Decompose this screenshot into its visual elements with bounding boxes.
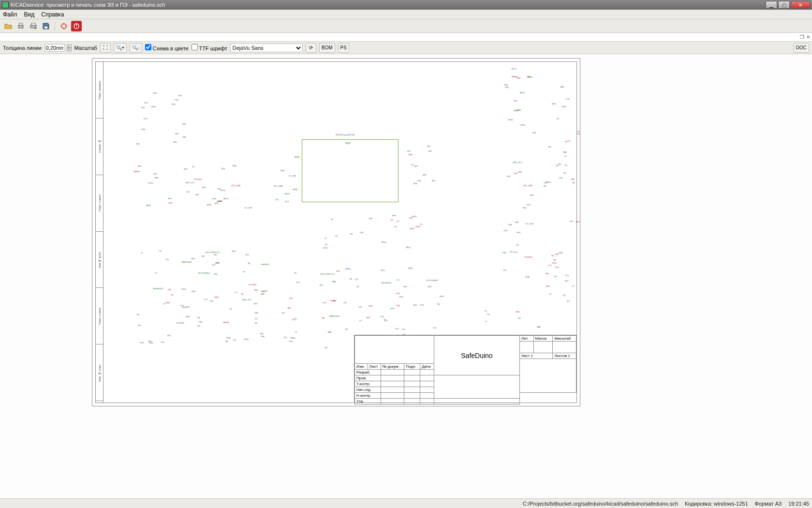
net-label: DA1 (561, 86, 564, 88)
net-label: MOSI (223, 197, 228, 200)
net-label: RXD (330, 299, 334, 302)
net-label: 10k (517, 317, 520, 319)
net-label: C9 (563, 172, 566, 174)
menu-view[interactable]: Вид (24, 11, 35, 18)
net-label: XP14 (561, 105, 566, 108)
net-label: PB5 (502, 252, 506, 254)
net-label: TXD (211, 264, 215, 266)
net-label: PD5 (175, 99, 178, 101)
net-label: R9 (345, 328, 348, 330)
net-label: VD5 (254, 289, 258, 291)
net-label: C4 (159, 250, 162, 252)
print-icon[interactable] (15, 21, 26, 31)
net-label: R8 (548, 146, 551, 148)
net-label: XP5 (427, 145, 431, 148)
status-path: C:/Projects/bitbucket.org/safeduino/kica… (523, 501, 678, 507)
minimize-button[interactable]: ▁ (766, 1, 777, 9)
net-label: XP6 (137, 165, 141, 167)
net-label: C15 (323, 301, 326, 304)
net-label: XP2 (195, 194, 199, 196)
net-label: C9 (255, 317, 257, 320)
net-label: PD7 (161, 341, 165, 344)
net-label: C11 (283, 336, 287, 339)
net-label: VD1 (260, 332, 264, 335)
printer-setup-icon[interactable] (28, 21, 39, 31)
status-bar: C:/Projects/bitbucket.org/safeduino/kica… (0, 498, 812, 508)
ps-button[interactable]: PS (338, 43, 349, 53)
net-label: MMBT3904 (182, 261, 192, 263)
net-label: SS14 (181, 288, 186, 290)
net-label: VD4 (413, 304, 417, 306)
status-time: 19:21:45 (788, 501, 809, 507)
net-label: XP9 (392, 214, 396, 217)
open-icon[interactable] (3, 21, 14, 31)
line-width-spinner[interactable]: ▲▼ (67, 45, 72, 51)
zoom-in-icon[interactable]: 🔍+ (114, 43, 127, 53)
net-label: XP3 (215, 202, 219, 205)
net-label: PD4 (245, 254, 249, 256)
panel-close-icon[interactable]: ✕ (806, 34, 810, 40)
title-block: SafeDuino Лит. Масса Масштаб Лист 1Листо… (354, 335, 576, 403)
title-bar: KiCADservice: просмотр и печать схем ЭЗ … (0, 0, 812, 10)
net-label: 4,7k (396, 279, 400, 281)
zoom-fit-icon[interactable]: ⛶ (100, 43, 111, 53)
close-button[interactable]: ✕ (791, 1, 810, 9)
net-label: 220 (292, 318, 295, 321)
net-label: R5 (248, 262, 251, 265)
net-label: PD5 (320, 284, 324, 286)
color-scheme-checkbox[interactable]: Схема в цвете (145, 44, 189, 51)
net-label: KP-3216MGC (427, 279, 439, 282)
doc-button[interactable]: DOC (794, 43, 809, 53)
mcu-core-label: МПУ (345, 142, 351, 145)
net-label: VCC3V3 (194, 178, 202, 180)
status-encoding: Кодировка: windows-1251 (685, 501, 748, 507)
schematic-canvas[interactable]: Перв. примен. Справ. № Подп. и дата Инв.… (0, 54, 812, 498)
net-label: VD2 (546, 272, 549, 275)
ttf-font-checkbox[interactable]: TTF шрифт (192, 44, 227, 51)
panel-restore-icon[interactable]: ❐ (800, 34, 804, 40)
net-label: C1 (564, 155, 567, 157)
net-label: XP9 (530, 194, 534, 196)
net-label: LED (514, 251, 517, 254)
power-icon[interactable] (71, 21, 82, 31)
net-label: 0,1 (359, 319, 362, 322)
menu-file[interactable]: Файл (3, 11, 17, 18)
net-label: PB1 (136, 143, 140, 145)
net-label: PB2 (175, 133, 179, 135)
net-label: PB0 (142, 128, 146, 131)
net-label: R7 (557, 118, 559, 120)
net-label: R5 (544, 185, 546, 187)
font-family-select[interactable]: DejaVu Sans (230, 44, 303, 52)
net-label: SCK (503, 229, 507, 232)
target-icon[interactable] (59, 21, 69, 31)
net-label: 100n (254, 312, 259, 314)
net-label: PB2 (514, 100, 517, 102)
bom-button[interactable]: BOM (319, 43, 335, 53)
refresh-icon[interactable]: ⟳ (306, 43, 316, 53)
line-width-input[interactable] (44, 44, 65, 52)
net-label: XP6 (423, 174, 427, 176)
net-label: XP10 (415, 225, 420, 228)
net-label: SS (411, 164, 413, 166)
menu-help[interactable]: Справка (41, 11, 64, 18)
net-label: 10k (197, 316, 200, 319)
net-label: PB5 (182, 136, 186, 138)
line-width-label: Толщина линии (3, 45, 42, 51)
net-label: R8 (322, 317, 325, 319)
zoom-out-icon[interactable]: 🔍- (130, 43, 142, 53)
net-label: C6 (325, 243, 327, 246)
net-label: XP12 (410, 227, 414, 230)
net-label: VD3 (559, 252, 562, 254)
net-label: XP1 (532, 132, 536, 134)
maximize-button[interactable]: ▢ (778, 1, 790, 9)
net-label: XP4 (504, 84, 508, 86)
save-icon[interactable] (41, 21, 51, 31)
net-label: PD3 (399, 296, 403, 298)
net-label: MOSI (293, 188, 298, 191)
net-label: SS14 (390, 307, 395, 310)
net-label: R2 (137, 314, 139, 316)
net-label: MMBT3904 (329, 315, 340, 317)
net-label: XP10 (207, 204, 211, 206)
net-label: C3 (171, 294, 173, 296)
net-label: C8 (565, 140, 567, 143)
